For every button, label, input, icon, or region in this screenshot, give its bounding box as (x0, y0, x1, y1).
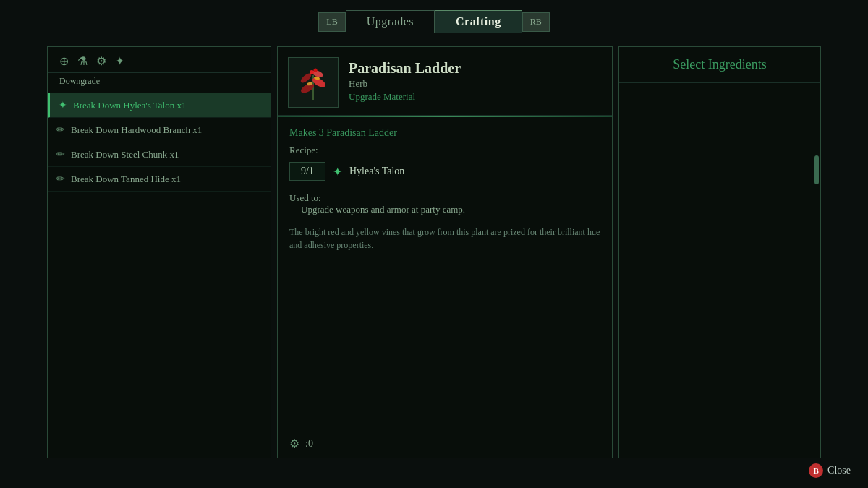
used-to-section: Used to: Upgrade weapons and armor at pa… (289, 192, 600, 215)
right-panel: Select Ingredients (618, 46, 821, 458)
item-header: Paradisan Ladder Herb Upgrade Material (278, 47, 612, 116)
recipe-list: ✦ Break Down Hylea's Talon x1 ✏ Break Do… (48, 93, 271, 192)
downgrade-label: Downgrade (48, 73, 271, 93)
svg-point-8 (310, 70, 314, 74)
recipe-item-4[interactable]: ✏ Break Down Tanned Hide x1 (48, 167, 271, 192)
used-to-title: Used to: (289, 192, 600, 204)
recipe-icon-2: ✏ (56, 124, 65, 136)
bottom-bar: B Close (809, 463, 851, 478)
ingredient-icon: ✦ (333, 165, 342, 179)
lb-button[interactable]: LB (318, 12, 345, 32)
svg-point-9 (314, 69, 318, 72)
item-description: The bright red and yellow vines that gro… (289, 226, 600, 252)
icon-3: ⚙ (96, 54, 106, 68)
main-layout: ⊕ ⚗ ⚙ ✦ Downgrade ✦ Break Down Hylea's T… (0, 46, 868, 458)
makes-label: Makes 3 Paradisan Ladder (289, 127, 600, 139)
icon-4: ✦ (115, 54, 124, 68)
recipe-item-3[interactable]: ✏ Break Down Steel Chunk x1 (48, 142, 271, 167)
right-panel-title: Select Ingredients (619, 47, 820, 83)
recipe-section-label: Recipe: (289, 145, 600, 156)
upgrades-tab[interactable]: Upgrades (346, 10, 435, 33)
scrollbar-indicator (814, 155, 819, 184)
panel-icons: ⊕ ⚗ ⚙ ✦ (48, 47, 271, 73)
item-image (288, 57, 339, 108)
ingredient-name: Hylea's Talon (349, 166, 404, 177)
item-type: Herb (349, 78, 461, 90)
ingredient-row: 9/1 ✦ Hylea's Talon (289, 162, 600, 181)
recipe-item-2[interactable]: ✏ Break Down Hardwood Branch x1 (48, 118, 271, 142)
recipe-label-1: Break Down Hylea's Talon x1 (73, 100, 186, 111)
item-name: Paradisan Ladder (349, 60, 461, 77)
icon-2: ⚗ (77, 54, 88, 68)
close-label: Close (827, 465, 851, 476)
recipe-icon-4: ✏ (56, 173, 65, 185)
quantity-box: 9/1 (289, 162, 326, 181)
rb-button[interactable]: RB (522, 12, 550, 32)
recipe-icon-1: ✦ (59, 99, 67, 111)
b-button-icon[interactable]: B (809, 463, 823, 478)
bottom-currency-row: ⚙ :0 (278, 429, 612, 458)
middle-content: Makes 3 Paradisan Ladder Recipe: 9/1 ✦ H… (278, 117, 612, 429)
crafting-tab[interactable]: Crafting (435, 10, 522, 33)
icon-1: ⊕ (59, 54, 69, 68)
recipe-label-2: Break Down Hardwood Branch x1 (71, 124, 202, 136)
currency-icon: ⚙ (289, 437, 299, 450)
recipe-icon-3: ✏ (56, 148, 65, 160)
currency-value: :0 (305, 438, 313, 450)
middle-panel: Paradisan Ladder Herb Upgrade Material M… (277, 46, 613, 458)
recipe-label-4: Break Down Tanned Hide x1 (71, 174, 181, 185)
recipe-item-1[interactable]: ✦ Break Down Hylea's Talon x1 (48, 93, 271, 118)
recipe-label-3: Break Down Steel Chunk x1 (71, 149, 179, 160)
top-navigation: LB Upgrades Crafting RB (0, 0, 868, 33)
item-info: Paradisan Ladder Herb Upgrade Material (349, 57, 461, 108)
used-to-text: Upgrade weapons and armor at party camp. (289, 204, 600, 215)
item-subtitle: Upgrade Material (349, 91, 461, 103)
left-panel: ⊕ ⚗ ⚙ ✦ Downgrade ✦ Break Down Hylea's T… (47, 46, 271, 458)
